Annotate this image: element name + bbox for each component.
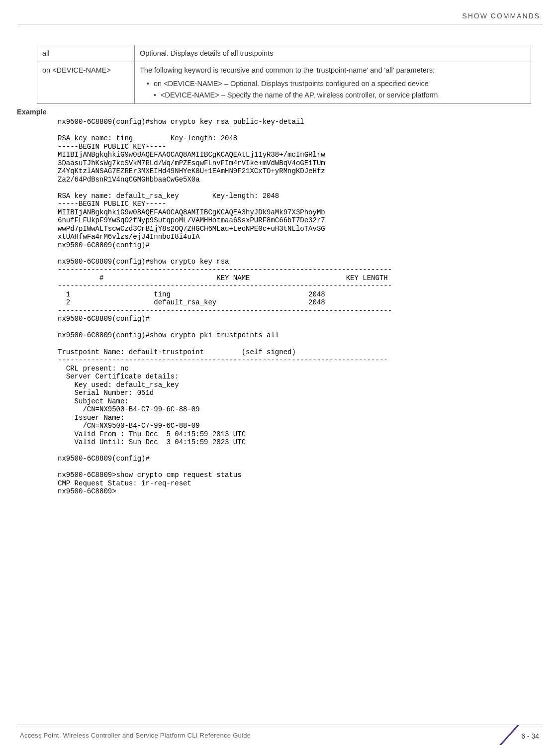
- terminal-output: nx9500-6C8809(config)#show crypto key rs…: [58, 118, 531, 496]
- parameters-table: all Optional. Displays details of all tr…: [37, 45, 531, 104]
- page-number: 6 - 34: [521, 732, 539, 740]
- param-intro-text: The following keyword is recursive and c…: [140, 65, 526, 76]
- table-row: all Optional. Displays details of all tr…: [37, 45, 531, 62]
- sub-bullet-item: <DEVICE-NAME> – Specify the name of the …: [147, 90, 526, 100]
- example-heading: Example: [17, 108, 531, 116]
- header-rule: [18, 24, 542, 24]
- bullet-list: on <DEVICE-NAME> – Optional. Displays tr…: [140, 76, 526, 100]
- param-desc-cell: Optional. Displays details of all trustp…: [135, 45, 531, 62]
- table-row: on <DEVICE-NAME> The following keyword i…: [37, 62, 531, 104]
- section-label: SHOW COMMANDS: [462, 12, 540, 20]
- page-number-corner: 6 - 34: [499, 725, 542, 745]
- bullet-item: on <DEVICE-NAME> – Optional. Displays tr…: [147, 79, 526, 89]
- footer-rule: [18, 725, 542, 725]
- page-header: SHOW COMMANDS: [0, 0, 560, 31]
- param-desc-cell: The following keyword is recursive and c…: [135, 62, 531, 104]
- page-content: all Optional. Displays details of all tr…: [0, 31, 560, 496]
- param-name-cell: on <DEVICE-NAME>: [37, 62, 135, 104]
- footer-text: Access Point, Wireless Controller and Se…: [20, 732, 251, 739]
- param-name-cell: all: [37, 45, 135, 62]
